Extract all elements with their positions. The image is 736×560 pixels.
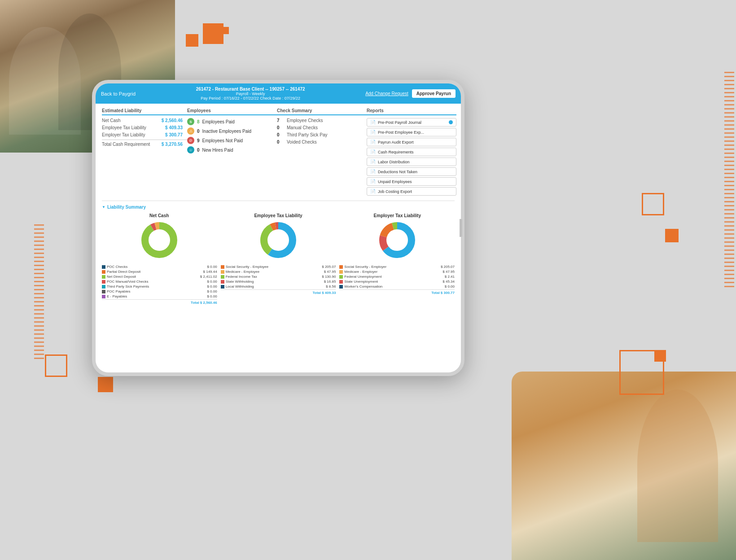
- check-count-emp: 7: [277, 118, 283, 123]
- emp-row-inactive: ⚠ 0 Inactive Employees Paid: [187, 127, 277, 135]
- report-btn-pre-post-emp[interactable]: 📄 Pre-Post Employee Exp...: [367, 128, 456, 136]
- liability-row-total: Total Cash Requirement $ 3,270.56: [102, 140, 187, 147]
- report-label-2: Pre-Post Employee Exp...: [378, 130, 424, 135]
- liability-column: Net Cash $ 2,560.46 Employee Tax Liabili…: [102, 118, 187, 147]
- svg-point-13: [388, 231, 406, 249]
- emp-icon-inactive: ⚠: [187, 127, 194, 135]
- legend-total-net-cash: Total $ 2,560.46: [102, 299, 217, 305]
- report-doc-icon-4: 📄: [370, 149, 376, 154]
- report-doc-icon-1: 📄: [370, 120, 376, 125]
- report-label-6: Deductions Not Taken: [378, 170, 417, 174]
- info-dot-1: [449, 120, 453, 124]
- col-header-reports: Reports: [367, 108, 456, 115]
- chart-net-cash: Net Cash: [102, 213, 216, 260]
- report-label-4: Cash Requirements: [378, 150, 414, 154]
- liability-row-emptax: Employee Tax Liability $ 409.33: [102, 125, 187, 130]
- report-btn-audit[interactable]: 📄 Payrun Audit Export: [367, 138, 456, 146]
- report-btn-labor[interactable]: 📄 Labor Distribution: [367, 158, 456, 166]
- check-label-emp: Employee Checks: [287, 118, 323, 123]
- legend-row-workers-comp: Worker's Compensation $ 0.00: [339, 284, 455, 289]
- report-label-1: Pre-Post Payroll Journal: [378, 120, 421, 125]
- header-title-period: Pay Period : 07/16/22 - 07/22/22 Check D…: [136, 96, 365, 101]
- report-btn-costing[interactable]: 📄 Job Costing Export: [367, 187, 456, 196]
- liability-label-total: Total Cash Requirement: [102, 142, 150, 147]
- emp-row-notpaid: ⊘ 9 Employees Not Paid: [187, 137, 277, 144]
- liability-value-netcash: $ 2,560.46: [162, 118, 183, 123]
- liability-label-erltax: Employer Tax Liability: [102, 132, 145, 137]
- deco-sq-10: [654, 350, 666, 362]
- col-header-checks: Check Summary: [277, 108, 367, 115]
- donut-er-tax: [340, 220, 455, 260]
- data-columns: Net Cash $ 2,560.46 Employee Tax Liabili…: [102, 118, 455, 197]
- check-row-voided: 0 Voided Checks: [277, 140, 367, 144]
- header-title-main: 261472 - Restaurant Base Client -- 19025…: [136, 87, 365, 92]
- emp-icon-notpaid: ⊘: [187, 137, 194, 144]
- chart-title-er-tax: Employer Tax Liability: [340, 213, 455, 218]
- column-headers: Estimated Liability Employees Check Summ…: [102, 108, 455, 115]
- emp-icon-newhires: ☺: [187, 146, 194, 153]
- legend-total-er-tax: Total $ 300.77: [339, 289, 455, 295]
- emp-label-notpaid: Employees Not Paid: [202, 138, 243, 143]
- photo-woman-right: [512, 372, 736, 560]
- header-bar: Back to Paygrid 261472 - Restaurant Base…: [96, 83, 461, 104]
- report-btn-deductions[interactable]: 📄 Deductions Not Taken: [367, 167, 456, 176]
- emp-icon-paid: S: [187, 118, 194, 125]
- check-row-manual: 0 Manual Checks: [277, 125, 367, 130]
- check-row-sick: 0 Third Party Sick Pay: [277, 132, 367, 137]
- chart-emp-tax: Employee Tax Liability: [221, 213, 335, 260]
- liability-label-emptax: Employee Tax Liability: [102, 125, 146, 130]
- add-change-request-button[interactable]: Add Change Request: [365, 91, 408, 96]
- donut-net-cash: [102, 220, 216, 260]
- liability-summary-section: ▼ Liability Summary Net Cash: [102, 201, 455, 305]
- deco-sq-3: [222, 27, 229, 34]
- header-actions: Add Change Request Approve Payrun: [365, 89, 456, 98]
- legend-row-fed-unemp: Federal Unemployment $ 2.41: [339, 275, 455, 279]
- emp-row-newhires: ☺ 0 New Hires Paid: [187, 146, 277, 153]
- legend-row-net-dd: Net Direct Deposit $ 2,411.02: [102, 275, 217, 279]
- legend-row-state-with: State Withholding $ 16.85: [221, 280, 336, 284]
- report-label-5: Labor Distribution: [378, 160, 410, 164]
- header-title-sub: Payroll - Weekly: [136, 92, 365, 96]
- legend-emp-tax: Social Security - Employee $ 205.07 Medi…: [221, 265, 336, 305]
- report-doc-icon-7: 📄: [370, 179, 376, 184]
- legend-row-ss-emp: Social Security - Employee $ 205.07: [221, 265, 336, 269]
- checks-column: 7 Employee Checks 0 Manual Checks 0 Thir…: [277, 118, 367, 147]
- legend-row-fed-inc: Federal Income Tax $ 130.90: [221, 275, 336, 279]
- report-btn-unpaid[interactable]: 📄 Unpaid Employees: [367, 177, 456, 186]
- deco-sq-5: [98, 377, 113, 392]
- deco-sq-8: [665, 229, 679, 242]
- report-doc-icon-8: 📄: [370, 189, 376, 194]
- svg-point-3: [150, 231, 168, 249]
- legend-row-poc-manual: POC Manual/Void Checks $ 0.00: [102, 280, 217, 284]
- legend-row-med-emp: Medicare - Employee $ 47.95: [221, 270, 336, 274]
- col-header-employees: Employees: [187, 108, 277, 115]
- liability-value-erltax: $ 300.77: [165, 132, 183, 137]
- report-label-3: Payrun Audit Export: [378, 140, 414, 144]
- legend-row-e-pay: E - Payables $ 0.00: [102, 294, 217, 298]
- reports-column: 📄 Pre-Post Payroll Journal 📄 Pre-Post Em…: [367, 118, 456, 197]
- report-label-8: Job Costing Export: [378, 189, 412, 194]
- check-count-manual: 0: [277, 125, 283, 130]
- check-count-sick: 0: [277, 132, 283, 137]
- report-btn-cash[interactable]: 📄 Cash Requirements: [367, 148, 456, 156]
- emp-count-paid: 8: [197, 119, 200, 124]
- deco-sq-4: [45, 354, 67, 377]
- back-to-paygrid-button[interactable]: Back to Paygrid: [101, 91, 136, 96]
- check-label-voided: Voided Checks: [287, 140, 317, 144]
- col-header-liability: Estimated Liability: [102, 108, 187, 115]
- chart-title-emp-tax: Employee Tax Liability: [221, 213, 335, 218]
- legend-row-local-with: Local Withholding $ 8.56: [221, 284, 336, 289]
- legend-total-emp-tax: Total $ 409.33: [221, 289, 336, 295]
- charts-row: Net Cash Empl: [102, 213, 455, 260]
- report-label-7: Unpaid Employees: [378, 179, 412, 184]
- approve-payrun-button[interactable]: Approve Payrun: [412, 89, 456, 98]
- legend-section: POC Checks $ 0.00 Partial Direct Deposit…: [102, 265, 455, 305]
- check-label-manual: Manual Checks: [287, 125, 318, 130]
- check-row-emp: 7 Employee Checks: [277, 118, 367, 123]
- report-btn-pre-post-payroll[interactable]: 📄 Pre-Post Payroll Journal: [367, 118, 456, 127]
- report-doc-icon-2: 📄: [370, 130, 376, 135]
- check-label-sick: Third Party Sick Pay: [287, 132, 328, 137]
- deco-sq-1: [203, 23, 223, 44]
- report-doc-icon-3: 📄: [370, 140, 376, 144]
- employees-column: S 8 Employees Paid ⚠ 0 Inactive Employee…: [187, 118, 277, 156]
